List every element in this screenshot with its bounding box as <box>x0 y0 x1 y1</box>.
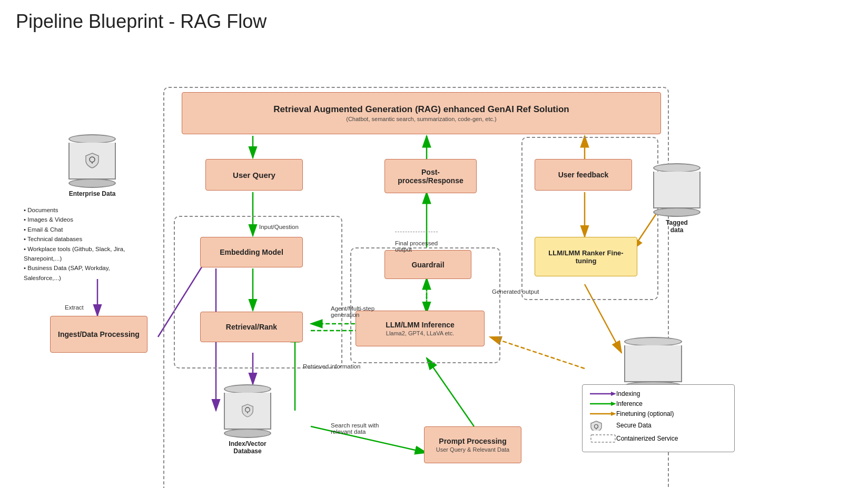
search-result-label: Search result with relevant data <box>331 416 379 435</box>
list-item: • Business Data (SAP, Workday, Salesforc… <box>24 263 147 283</box>
llm-inference-box: LLM/LMM Inference Llama2, GPT4, LLaVA et… <box>356 311 485 346</box>
user-query-box: User Query <box>205 159 303 191</box>
retrieval-rank-box: Retrieval/Rank <box>200 312 303 342</box>
dashed-box-icon <box>590 433 616 444</box>
llm-ranker-box: LLM/LMM Ranker Fine- tuning <box>535 237 637 276</box>
list-item: • Workplace tools (Github, Slack, Jira, … <box>24 244 147 264</box>
generated-output-label: Generated output <box>492 288 539 295</box>
svg-marker-34 <box>611 402 616 406</box>
enterprise-data-list: • Documents • Images & Videos • Email & … <box>24 205 147 283</box>
inference-arrow-icon <box>590 400 616 407</box>
list-item: • Email & Chat <box>24 225 147 234</box>
svg-marker-32 <box>611 392 616 396</box>
extract-label: Extract <box>65 304 84 311</box>
final-processed-label: Final processed output <box>395 232 438 253</box>
cyl-body <box>624 345 682 382</box>
list-item: • Documents <box>24 205 147 215</box>
user-feedback-box: User feedback <box>535 159 632 191</box>
cyl-bottom <box>224 429 271 438</box>
legend-inference: Inference <box>590 400 727 407</box>
finetuning-label: Finetuning (optional) <box>616 410 674 417</box>
cyl-body <box>653 172 701 208</box>
shield-icon <box>85 152 100 169</box>
indexing-label: Indexing <box>616 390 640 397</box>
guardrail-box: Guardrail <box>384 250 471 279</box>
cyl-bottom <box>68 178 116 188</box>
rag-title-box: Retrieval Augmented Generation (RAG) enh… <box>182 92 661 134</box>
post-process-box: Post- process/Response <box>384 159 477 193</box>
legend-secure-data: Secure Data <box>590 420 727 431</box>
ingest-box: Ingest/Data Processing <box>50 316 147 353</box>
page-title: Pipeline Blueprint - RAG Flow <box>16 11 852 33</box>
svg-marker-36 <box>611 412 616 416</box>
input-question-label: Input/Question <box>259 224 299 230</box>
agent-multi-label: Agent/Multi-step generation <box>331 299 374 318</box>
shield-legend-icon <box>590 420 616 431</box>
finetuning-arrow-icon <box>590 410 616 417</box>
legend: Indexing Inference Finetuning (optional) <box>582 384 735 452</box>
rag-flow-diagram: Retrieval Augmented Generation (RAG) enh… <box>16 42 848 484</box>
retrieved-info-label: Retrieved information <box>303 363 360 370</box>
enterprise-label: Enterprise Data <box>69 190 116 197</box>
tagged-data-cylinder: Tagged data <box>653 163 701 234</box>
cyl-body <box>224 393 271 430</box>
inference-label: Inference <box>616 400 643 407</box>
index-vector-cylinder: Index/Vector Database <box>224 384 271 455</box>
list-item: • Technical databases <box>24 234 147 244</box>
indexing-arrow-icon <box>590 390 616 397</box>
cyl-body <box>68 143 116 180</box>
shield-icon-small <box>241 403 254 418</box>
tagged-label: Tagged data <box>666 219 688 234</box>
prompt-processing-box: Prompt Processing User Query & Relevant … <box>424 426 521 463</box>
legend-containerized: Containerized Service <box>590 433 727 444</box>
legend-finetuning: Finetuning (optional) <box>590 410 727 417</box>
cyl-bottom <box>653 207 701 217</box>
enterprise-data-cylinder: Enterprise Data <box>68 134 116 197</box>
embedding-model-box: Embedding Model <box>200 237 303 267</box>
secure-data-label: Secure Data <box>616 422 652 429</box>
index-vector-label: Index/Vector Database <box>229 440 266 455</box>
svg-rect-39 <box>591 435 615 442</box>
list-item: • Images & Videos <box>24 215 147 224</box>
containerized-label: Containerized Service <box>616 435 678 442</box>
legend-indexing: Indexing <box>590 390 727 397</box>
